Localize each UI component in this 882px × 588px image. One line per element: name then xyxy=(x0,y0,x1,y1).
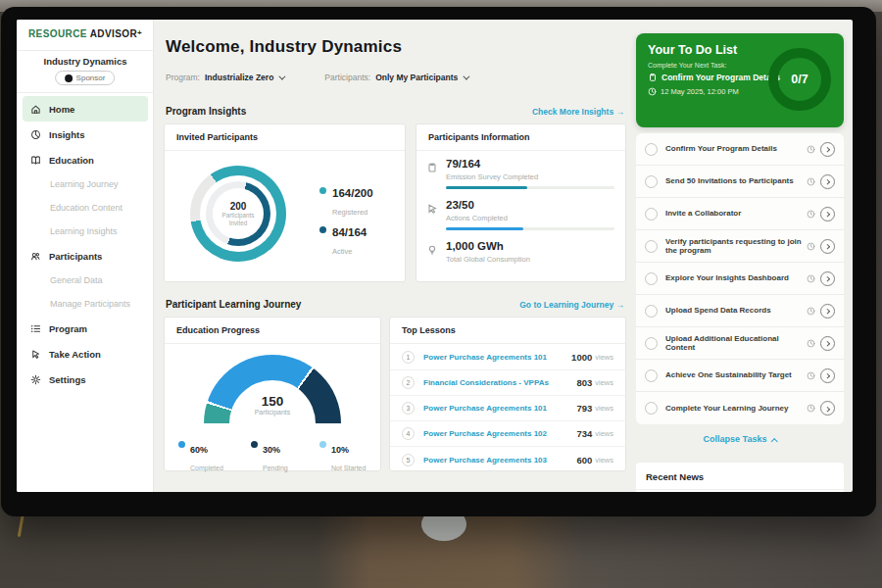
org-name: Industry Dynamics xyxy=(17,56,154,67)
task-label: Upload Spend Data Records xyxy=(665,306,802,315)
task-row[interactable]: Verify participants requesting to join t… xyxy=(636,230,844,263)
program-icon xyxy=(30,323,41,334)
todo-summary-card: Your To Do List Complete Your Next Task:… xyxy=(636,33,844,127)
chevron-up-icon xyxy=(771,438,778,445)
invited-participants-donut-chart: 200 Participants Invited xyxy=(190,166,286,262)
sidebar-item-take-action[interactable]: Take Action xyxy=(17,341,154,367)
insights-icon xyxy=(30,129,41,140)
chevron-right-icon xyxy=(824,244,830,250)
task-row[interactable]: Confirm Your Program Details xyxy=(636,133,844,166)
divider xyxy=(165,343,380,344)
task-row[interactable]: Invite a Collaborator xyxy=(636,198,844,230)
chevron-down-icon xyxy=(279,73,286,79)
program-insights-heading: Program Insights xyxy=(166,106,246,117)
rank-badge: 1 xyxy=(402,351,415,364)
task-open-button[interactable] xyxy=(820,368,835,383)
check-more-insights-link[interactable]: Check More Insights → xyxy=(532,107,624,117)
card-title: Participants Information xyxy=(428,132,530,142)
lesson-link[interactable]: Power Purchase Agreements 102 xyxy=(423,429,576,438)
chevron-right-icon xyxy=(824,212,830,218)
task-row[interactable]: Achieve One Sustainability Target xyxy=(636,360,844,392)
sidebar-item-education-content[interactable]: Education Content xyxy=(17,196,154,220)
task-checkbox[interactable] xyxy=(645,208,658,220)
task-open-button[interactable] xyxy=(820,239,835,254)
sidebar-item-label: Education Content xyxy=(50,203,122,213)
views-count: 600 xyxy=(576,455,592,466)
sidebar-item-general-data[interactable]: General Data xyxy=(17,269,154,292)
lesson-link[interactable]: Power Purchase Agreements 101 xyxy=(423,353,571,362)
rank-badge: 4 xyxy=(402,427,415,440)
task-row[interactable]: Complete Your Learning Journey xyxy=(636,392,844,424)
sidebar-item-education[interactable]: Education xyxy=(17,147,154,172)
views-suffix: views xyxy=(595,429,613,438)
go-to-learning-journey-link[interactable]: Go to Learning Journey → xyxy=(519,300,624,310)
task-row[interactable]: Upload Spend Data Records xyxy=(636,295,844,327)
recent-news-title: Recent News xyxy=(646,471,704,482)
task-open-button[interactable] xyxy=(820,304,835,318)
task-label: Verify participants requesting to join t… xyxy=(665,237,802,256)
lesson-link[interactable]: Financial Considerations - VPPAs xyxy=(423,378,576,387)
sidebar-item-learning-insights[interactable]: Learning Insights xyxy=(17,220,154,243)
task-open-button[interactable] xyxy=(820,142,835,157)
sidebar-item-participants[interactable]: Participants xyxy=(17,243,154,269)
progress-bar xyxy=(446,227,614,230)
task-checkbox[interactable] xyxy=(645,272,658,285)
sidebar-item-insights[interactable]: Insights xyxy=(17,122,154,147)
clock-icon xyxy=(807,242,815,251)
task-row[interactable]: Send 50 Invitations to Participants xyxy=(636,166,844,198)
task-checkbox[interactable] xyxy=(645,143,658,156)
stat-value: 1,000 GWh xyxy=(446,240,504,252)
task-open-button[interactable] xyxy=(820,336,835,351)
lesson-link[interactable]: Power Purchase Agreements 101 xyxy=(423,404,576,413)
donut-center: 200 Participants Invited xyxy=(213,188,264,239)
task-checkbox[interactable] xyxy=(645,305,658,318)
program-value: Industrialize Zero xyxy=(205,73,273,82)
participants-select[interactable]: Participants: Only My Participants xyxy=(324,73,467,82)
sidebar-item-settings[interactable]: Settings xyxy=(17,367,154,392)
sponsor-label: Sponsor xyxy=(76,74,106,82)
task-label: Confirm Your Program Details xyxy=(665,144,802,153)
task-checkbox[interactable] xyxy=(645,240,658,253)
task-label: Achieve One Sustainability Target xyxy=(665,370,802,379)
task-row[interactable]: Explore Your Insights Dashboard xyxy=(636,263,844,295)
sidebar-nav: Home Insights Education Learning Journey… xyxy=(17,96,154,392)
sponsor-badge[interactable]: Sponsor xyxy=(55,71,116,85)
task-open-button[interactable] xyxy=(820,401,835,416)
task-checkbox[interactable] xyxy=(645,402,658,415)
link-label: Check More Insights xyxy=(532,107,613,117)
chevron-right-icon xyxy=(824,373,830,379)
task-checkbox[interactable] xyxy=(645,337,658,350)
education-icon xyxy=(30,155,41,166)
legend-pct: 10% xyxy=(331,445,349,455)
sidebar-item-learning-journey[interactable]: Learning Journey xyxy=(17,172,154,196)
program-select[interactable]: Program: Industrialize Zero xyxy=(166,73,283,82)
task-checkbox[interactable] xyxy=(645,369,658,382)
task-open-button[interactable] xyxy=(820,174,835,189)
lesson-row: 5 Power Purchase Agreements 103 600 view… xyxy=(390,447,625,472)
legend-pct: 60% xyxy=(190,445,208,455)
legend-pending: 30%Pending xyxy=(251,439,288,474)
divider xyxy=(636,489,844,490)
lesson-link[interactable]: Power Purchase Agreements 103 xyxy=(423,456,576,465)
stat-value: 79/164 xyxy=(446,158,480,170)
gauge-center-label: Participants xyxy=(235,409,310,416)
sidebar-item-home[interactable]: Home xyxy=(23,96,148,122)
collapse-tasks-link[interactable]: Collapse Tasks xyxy=(636,434,844,444)
task-open-button[interactable] xyxy=(820,271,835,286)
sidebar-item-manage-participants[interactable]: Manage Participants xyxy=(17,292,154,316)
chevron-right-icon xyxy=(824,309,830,315)
task-open-button[interactable] xyxy=(820,207,835,221)
divider xyxy=(17,50,154,51)
participants-label: Participants: xyxy=(324,73,370,82)
participants-value: Only My Participants xyxy=(375,73,458,82)
sidebar-item-label: Education xyxy=(49,155,94,166)
task-row[interactable]: Upload Additional Educational Content xyxy=(636,327,844,360)
chevron-right-icon xyxy=(824,406,830,412)
views-count: 1000 xyxy=(571,352,592,363)
task-checkbox[interactable] xyxy=(645,175,658,188)
home-icon xyxy=(30,104,41,115)
sidebar-item-program[interactable]: Program xyxy=(17,316,154,341)
clipboard-icon xyxy=(648,73,658,82)
divider xyxy=(416,150,625,151)
program-label: Program: xyxy=(166,73,200,82)
